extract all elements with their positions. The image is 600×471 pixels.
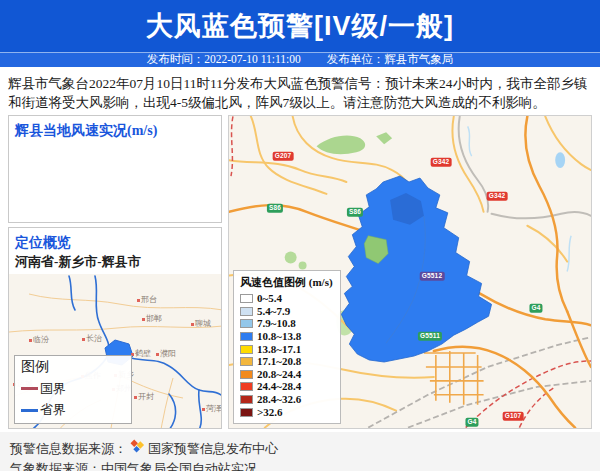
legend-swatch	[240, 408, 253, 417]
legend-row: 13.8~17.1	[240, 343, 335, 356]
legend-range-label: 28.4~32.6	[257, 394, 301, 405]
wind-speed-legend: 风速色值图例 (m/s) 0~5.45.4~7.97.9~10.810.8~13…	[233, 270, 341, 424]
legend-swatch	[240, 332, 253, 341]
legend-range-label: 0~5.4	[257, 293, 282, 304]
road-shield: G342	[431, 158, 452, 167]
boundary-label: 省界	[40, 401, 66, 419]
warning-source-line: 预警信息数据来源： 国家预警信息发布中心	[10, 438, 590, 459]
publish-info-bar: 发布时间：2022-07-10 11:11:00 发布单位：辉县市气象局	[0, 52, 600, 67]
legend-range-label: 20.8~24.4	[257, 369, 301, 380]
left-column: 辉县当地风速实况(m/s) 定位概览 河南省-新乡市-辉县市	[8, 115, 222, 429]
legend-range-label: >32.6	[257, 407, 283, 418]
city-label: 菏泽	[202, 403, 221, 414]
legend-row: 17.1~20.8	[240, 355, 335, 368]
road-shield: S86	[267, 204, 283, 213]
legend-swatch	[240, 294, 253, 303]
alert-description: 辉县市气象台2022年07月10日11时11分发布大风蓝色预警信号：预计未来24…	[8, 74, 592, 112]
weather-source-line: 气象数据来源： 中国气象局全国自动站实况	[10, 459, 590, 471]
warning-source-value: 国家预警信息发布中心	[148, 439, 278, 459]
legend-range-label: 5.4~7.9	[257, 306, 290, 317]
weather-source-value: 中国气象局全国自动站实况	[101, 459, 257, 471]
legend-row: 5.4~7.9	[240, 305, 335, 318]
road-shield: G5512	[420, 272, 445, 281]
boundary-label: 国界	[40, 380, 66, 398]
publish-time: 发布时间：2022-07-10 11:11:00	[147, 54, 301, 66]
wind-speed-legend-title: 风速色值图例 (m/s)	[240, 275, 335, 290]
city-label: 濮阳	[156, 348, 176, 359]
city-label: 开封	[134, 391, 154, 402]
mini-legend-item: 国界	[21, 380, 66, 398]
city-label: 聊城	[191, 318, 211, 329]
national-warning-diamond-logo	[130, 438, 145, 459]
legend-row: 20.8~24.4	[240, 368, 335, 381]
legend-row: 10.8~13.8	[240, 330, 335, 343]
legend-row: 0~5.4	[240, 292, 335, 305]
weather-source-label: 气象数据来源：	[10, 459, 101, 471]
legend-row: 24.4~28.4	[240, 381, 335, 394]
city-label: 临汾	[29, 334, 49, 345]
data-source-footer: 预警信息数据来源： 国家预警信息发布中心 气象数据来源： 中国气象局全国自动站实…	[0, 432, 600, 471]
location-panel: 定位概览 河南省-新乡市-辉县市	[8, 227, 222, 429]
legend-row: 7.9~10.8	[240, 318, 335, 331]
warning-source-label: 预警信息数据来源：	[10, 439, 127, 459]
mini-map-legend-rows: 国界省界	[21, 376, 125, 419]
wind-speed-legend-rows: 0~5.45.4~7.97.9~10.810.8~13.813.8~17.117…	[240, 292, 335, 418]
legend-swatch	[240, 345, 253, 354]
publish-unit: 发布单位：辉县市气象局	[327, 54, 454, 66]
road-shield: G207	[273, 152, 294, 161]
legend-range-label: 24.4~28.4	[257, 381, 301, 392]
boundary-line-swatch	[21, 409, 38, 412]
page-title: 大风蓝色预警[IV级/一般]	[146, 8, 454, 44]
location-panel-title: 定位概览	[9, 228, 221, 252]
legend-swatch	[240, 382, 253, 391]
legend-range-label: 13.8~17.1	[257, 344, 301, 355]
legend-range-label: 10.8~13.8	[257, 331, 301, 342]
local-wind-panel: 辉县当地风速实况(m/s)	[8, 115, 222, 223]
mini-map-legend: 图例 国界省界	[14, 355, 132, 424]
legend-swatch	[240, 357, 253, 366]
legend-row: 28.4~32.6	[240, 393, 335, 406]
legend-range-label: 7.9~10.8	[257, 318, 296, 329]
road-shield: G5511	[418, 332, 442, 341]
legend-swatch	[240, 307, 253, 316]
mini-legend-item: 省界	[21, 401, 66, 419]
local-wind-panel-title: 辉县当地风速实况(m/s)	[9, 116, 221, 140]
location-breadcrumb: 河南省-新乡市-辉县市	[9, 252, 221, 274]
road-shield: G107	[503, 412, 524, 421]
boundary-line-swatch	[21, 387, 38, 390]
legend-row: >32.6	[240, 406, 335, 419]
city-label: 鹤壁	[131, 348, 151, 359]
city-label: 邢台	[137, 294, 157, 305]
legend-swatch	[240, 370, 253, 379]
warning-map[interactable]: G207G342G342S86S86G5512G4G5511G107G4 风速色…	[228, 115, 592, 429]
legend-swatch	[240, 395, 253, 404]
city-label: 长治	[82, 333, 102, 344]
road-shield: S86	[347, 208, 363, 217]
main-content: 辉县当地风速实况(m/s) 定位概览 河南省-新乡市-辉县市	[8, 115, 592, 429]
road-shield: G4	[465, 418, 478, 427]
road-shield: G4	[529, 304, 542, 313]
road-shield: G342	[487, 192, 508, 201]
warning-banner: 大风蓝色预警[IV级/一般]	[0, 0, 600, 52]
legend-swatch	[240, 319, 253, 328]
overview-mini-map[interactable]: 邢台邯郸聊城长治临汾鹤壁濮阳焦作新乡运城郑州开封菏泽 图例 国界省界	[9, 274, 221, 428]
legend-range-label: 17.1~20.8	[257, 356, 301, 367]
city-label: 邯郸	[142, 313, 162, 324]
mini-map-legend-title: 图例	[21, 358, 125, 376]
